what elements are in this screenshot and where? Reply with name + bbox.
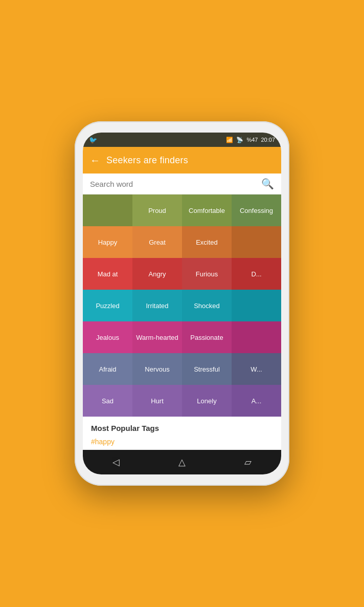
search-input[interactable] bbox=[90, 180, 257, 188]
popular-section: Most Popular Tags #happy bbox=[83, 417, 281, 450]
grid-cell[interactable] bbox=[232, 321, 281, 353]
grid-cell[interactable] bbox=[232, 226, 281, 258]
grid-cell[interactable]: Afraid bbox=[83, 353, 132, 385]
app-bar: ← Seekers are finders bbox=[83, 147, 281, 174]
grid-cell[interactable]: Comfortable bbox=[182, 194, 232, 226]
popular-title: Most Popular Tags bbox=[91, 424, 273, 432]
grid-cell[interactable]: Happy bbox=[83, 226, 132, 258]
status-left: 🐦 bbox=[89, 136, 97, 144]
signal-icon: 📡 bbox=[236, 137, 243, 143]
bird-icon: 🐦 bbox=[89, 136, 97, 144]
search-bar: 🔍 bbox=[83, 174, 281, 194]
nav-bar: ◁ △ ▱ bbox=[83, 450, 281, 474]
emotion-grid: Proud Comfortable Confessing Happy Great… bbox=[83, 194, 281, 417]
grid-row-2: Happy Great Excited bbox=[83, 226, 281, 258]
app-title: Seekers are finders bbox=[106, 155, 188, 166]
status-time: 20:07 bbox=[261, 137, 275, 143]
grid-cell[interactable]: A... bbox=[232, 385, 281, 417]
nav-home-button[interactable]: △ bbox=[178, 457, 186, 468]
grid-row-3: Mad at Angry Furious D... bbox=[83, 258, 281, 290]
grid-cell[interactable]: D... bbox=[232, 258, 281, 290]
grid-cell[interactable]: Hurt bbox=[132, 385, 182, 417]
back-button[interactable]: ← bbox=[90, 155, 100, 166]
grid-cell[interactable]: Jealous bbox=[83, 321, 132, 353]
grid-cell[interactable]: Excited bbox=[182, 226, 232, 258]
grid-cell[interactable]: Warm-hearted bbox=[132, 321, 182, 353]
grid-cell[interactable]: Great bbox=[132, 226, 182, 258]
grid-cell[interactable]: Furious bbox=[182, 258, 232, 290]
grid-cell[interactable]: Angry bbox=[132, 258, 182, 290]
battery-text: %47 bbox=[246, 137, 258, 143]
grid-cell[interactable]: Lonely bbox=[182, 385, 232, 417]
grid-cell[interactable]: Proud bbox=[132, 194, 182, 226]
grid-cell[interactable]: W... bbox=[232, 353, 281, 385]
grid-cell[interactable]: Stressful bbox=[182, 353, 232, 385]
grid-cell[interactable]: Irritated bbox=[132, 290, 182, 321]
grid-cell[interactable]: Nervous bbox=[132, 353, 182, 385]
grid-cell[interactable]: Mad at bbox=[83, 258, 132, 290]
grid-row-5: Jealous Warm-hearted Passionate bbox=[83, 321, 281, 353]
nav-recents-button[interactable]: ▱ bbox=[244, 457, 252, 468]
grid-row-7: Sad Hurt Lonely A... bbox=[83, 385, 281, 417]
phone-frame: 🐦 📶 📡 %47 20:07 ← Seekers are finders 🔍 … bbox=[75, 121, 289, 486]
nav-back-button[interactable]: ◁ bbox=[112, 457, 120, 468]
popular-tag[interactable]: #happy bbox=[91, 438, 273, 446]
grid-cell[interactable]: Shocked bbox=[182, 290, 232, 321]
grid-cell[interactable]: Puzzled bbox=[83, 290, 132, 321]
grid-cell[interactable]: Confessing bbox=[232, 194, 281, 226]
grid-cell[interactable]: Sad bbox=[83, 385, 132, 417]
status-right: 📶 📡 %47 20:07 bbox=[226, 137, 275, 143]
grid-cell[interactable] bbox=[232, 290, 281, 321]
search-icon[interactable]: 🔍 bbox=[261, 178, 274, 190]
grid-row-6: Afraid Nervous Stressful W... bbox=[83, 353, 281, 385]
grid-row-4: Puzzled Irritated Shocked bbox=[83, 290, 281, 321]
grid-cell[interactable] bbox=[83, 194, 132, 226]
grid-row-1: Proud Comfortable Confessing bbox=[83, 194, 281, 226]
phone-screen: 🐦 📶 📡 %47 20:07 ← Seekers are finders 🔍 … bbox=[83, 133, 281, 474]
status-bar: 🐦 📶 📡 %47 20:07 bbox=[83, 133, 281, 147]
grid-cell[interactable]: Passionate bbox=[182, 321, 232, 353]
wifi-icon: 📶 bbox=[226, 137, 233, 143]
